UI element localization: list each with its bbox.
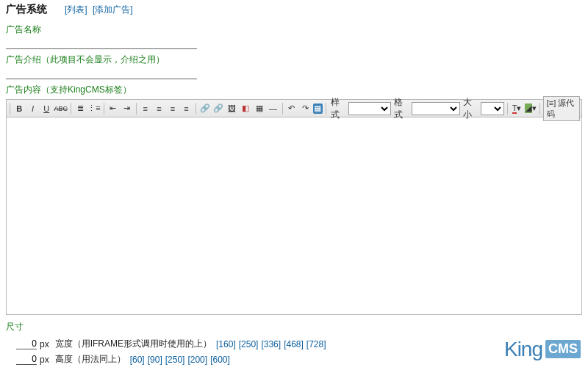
page-title: 广告系统	[6, 3, 47, 16]
width-preset[interactable]: [728]	[306, 339, 326, 349]
height-preset[interactable]: [200]	[187, 355, 207, 365]
ad-content-label: 广告内容（支持KingCMS标签）	[6, 84, 582, 96]
bgcolor-icon[interactable]: ◢▾	[524, 101, 537, 116]
height-unit: px	[40, 355, 49, 365]
italic-button[interactable]: I	[26, 101, 39, 116]
style-dropdown[interactable]	[348, 102, 391, 115]
dimensions-label: 尺寸	[6, 321, 582, 333]
align-center-icon[interactable]: ≡	[153, 101, 165, 116]
source-button[interactable]: [≡] 源代码	[543, 96, 580, 121]
height-desc: 高度（用法同上）	[55, 353, 126, 366]
link-icon[interactable]: 🔗	[199, 101, 212, 116]
list-ol-icon[interactable]: ≣	[74, 101, 87, 116]
hr-icon[interactable]: —	[267, 101, 279, 116]
style-label: 样式	[329, 96, 347, 121]
align-justify-icon[interactable]: ≡	[180, 101, 193, 116]
width-desc: 宽度（用IFRAME形式调用时使用的上）	[55, 338, 212, 350]
unlink-icon[interactable]: 🔗	[212, 101, 225, 116]
list-link[interactable]: [列表]	[65, 4, 87, 15]
height-preset[interactable]: [90]	[148, 355, 162, 365]
image-icon[interactable]: 🖼	[226, 101, 239, 116]
height-preset[interactable]: [250]	[165, 355, 185, 365]
height-preset[interactable]: [600]	[210, 355, 230, 365]
flash-icon[interactable]: ◧	[240, 101, 252, 116]
select-all-icon[interactable]: ▦	[313, 104, 323, 114]
height-input[interactable]	[16, 354, 37, 365]
format-label: 格式	[392, 96, 410, 121]
width-preset[interactable]: [336]	[261, 339, 281, 349]
table-icon[interactable]: ▦	[254, 101, 266, 116]
list-ul-icon[interactable]: ⋮≡	[87, 101, 100, 116]
width-preset[interactable]: [468]	[284, 339, 304, 349]
indent-icon[interactable]: ⇥	[121, 101, 133, 116]
outdent-icon[interactable]: ⇤	[107, 101, 120, 116]
width-preset[interactable]: [160]	[216, 339, 236, 349]
redo-icon[interactable]: ↷	[299, 101, 312, 116]
size-label: 大小	[462, 96, 479, 121]
ad-name-label: 广告名称	[6, 23, 582, 36]
underline-button[interactable]: U	[40, 101, 53, 116]
ad-name-input[interactable]	[6, 37, 197, 49]
align-left-icon[interactable]: ≡	[140, 101, 152, 116]
ad-intro-label: 广告介绍（此项目不会显示，介绍之用）	[6, 54, 582, 66]
textcolor-icon[interactable]: T▾	[511, 101, 523, 116]
width-input[interactable]	[16, 338, 37, 349]
add-ad-link[interactable]: [添加广告]	[93, 4, 133, 15]
width-unit: px	[40, 339, 49, 349]
size-dropdown[interactable]	[481, 102, 504, 115]
width-preset[interactable]: [250]	[239, 339, 259, 349]
height-preset[interactable]: [60]	[130, 355, 145, 365]
align-right-icon[interactable]: ≡	[167, 101, 179, 116]
strike-button[interactable]: ABC	[54, 101, 68, 116]
editor-toolbar: B I U ABC ≣ ⋮≡ ⇤ ⇥ ≡ ≡ ≡ ≡ 🔗 🔗 🖼 ◧ ▦ — ↶…	[6, 99, 582, 117]
bold-button[interactable]: B	[13, 101, 26, 116]
editor-textarea[interactable]	[6, 117, 582, 315]
brand-logo: KingCMS	[504, 338, 581, 361]
ad-intro-input[interactable]	[6, 68, 197, 79]
format-dropdown[interactable]	[412, 102, 461, 115]
undo-icon[interactable]: ↶	[286, 101, 298, 116]
